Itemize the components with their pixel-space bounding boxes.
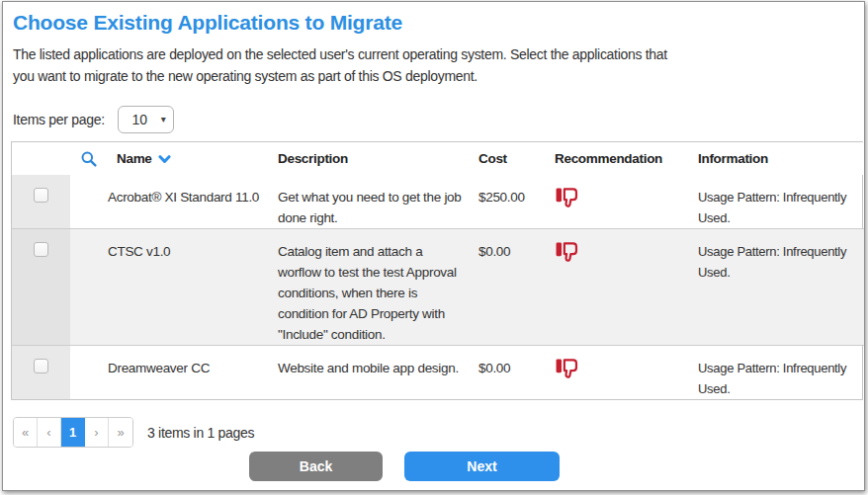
header-cost: Cost xyxy=(478,142,555,175)
app-description: Get what you need to get the job done ri… xyxy=(278,175,478,229)
pagination-row: « ‹ 1 › » 3 items in 1 pages xyxy=(13,417,864,448)
app-cost: $0.00 xyxy=(478,229,555,346)
intro-line-1: The listed applications are deployed on … xyxy=(13,43,854,65)
table-row: CTSC v1.0 Catalog item and attach a worf… xyxy=(12,229,864,346)
pager-summary: 3 items in 1 pages xyxy=(147,425,254,441)
app-name: Dreamweaver CC xyxy=(70,346,278,400)
row-checkbox-cell xyxy=(12,346,70,400)
pager-first-button[interactable]: « xyxy=(14,418,38,447)
dropdown-caret-icon: ▾ xyxy=(161,115,173,124)
header-recommendation: Recommendation xyxy=(555,142,698,175)
row-checkbox[interactable] xyxy=(34,188,48,203)
intro-text: The listed applications are deployed on … xyxy=(13,43,854,87)
pager-next-button[interactable]: › xyxy=(85,418,109,447)
app-name: CTSC v1.0 xyxy=(70,229,278,346)
header-description: Description xyxy=(278,142,478,175)
thumbs-down-icon xyxy=(555,185,580,210)
app-information: Usage Pattern: Infrequently Used. xyxy=(698,175,864,229)
row-checkbox[interactable] xyxy=(34,359,48,373)
table-row: Acrobat® XI Standard 11.0 Get what you n… xyxy=(12,175,864,229)
applications-table: Name Description Cost Recommendation Inf… xyxy=(12,142,864,399)
items-per-page-select[interactable]: 10 ▾ xyxy=(118,106,174,133)
header-checkbox-spacer xyxy=(12,142,70,175)
items-per-page-value: 10 xyxy=(119,112,161,127)
pager-last-button[interactable]: » xyxy=(109,418,132,447)
app-recommendation xyxy=(555,229,698,346)
items-per-page-label: Items per page: xyxy=(13,112,105,127)
pager-page-1-button[interactable]: 1 xyxy=(61,418,85,447)
app-recommendation xyxy=(555,175,698,229)
app-cost: $250.00 xyxy=(478,175,555,229)
header-name-label: Name xyxy=(117,151,152,166)
next-button[interactable]: Next xyxy=(404,452,560,481)
app-information: Usage Pattern: Infrequently Used. xyxy=(698,346,864,400)
table-header-row: Name Description Cost Recommendation Inf… xyxy=(12,142,864,175)
back-button[interactable]: Back xyxy=(249,452,383,481)
app-name: Acrobat® XI Standard 11.0 xyxy=(70,175,278,229)
table-row: Dreamweaver CC Website and mobile app de… xyxy=(12,346,864,400)
row-checkbox-cell xyxy=(12,175,70,229)
thumbs-down-icon xyxy=(555,356,580,381)
pager: « ‹ 1 › » xyxy=(13,417,133,448)
header-name[interactable]: Name xyxy=(70,142,278,175)
row-checkbox[interactable] xyxy=(34,242,48,257)
applications-table-container: Name Description Cost Recommendation Inf… xyxy=(11,141,863,400)
app-recommendation xyxy=(555,346,698,400)
items-per-page-row: Items per page: 10 ▾ xyxy=(13,106,864,133)
search-icon[interactable] xyxy=(80,150,98,168)
thumbs-down-icon xyxy=(555,239,580,265)
app-description: Website and mobile app design. xyxy=(278,346,478,400)
row-checkbox-cell xyxy=(12,229,70,346)
header-information: Information xyxy=(698,142,864,175)
intro-line-2: you want to migrate to the new operating… xyxy=(13,65,854,87)
app-description: Catalog item and attach a worflow to tes… xyxy=(278,229,478,346)
app-cost: $0.00 xyxy=(478,346,555,400)
migrate-applications-dialog: Choose Existing Applications to Migrate … xyxy=(2,1,865,491)
footer-buttons: Back Next xyxy=(249,452,560,481)
sort-desc-icon xyxy=(158,155,171,164)
page-title: Choose Existing Applications to Migrate xyxy=(13,11,854,35)
app-information: Usage Pattern: Infrequently Used. xyxy=(698,229,864,346)
pager-prev-button[interactable]: ‹ xyxy=(38,418,61,447)
